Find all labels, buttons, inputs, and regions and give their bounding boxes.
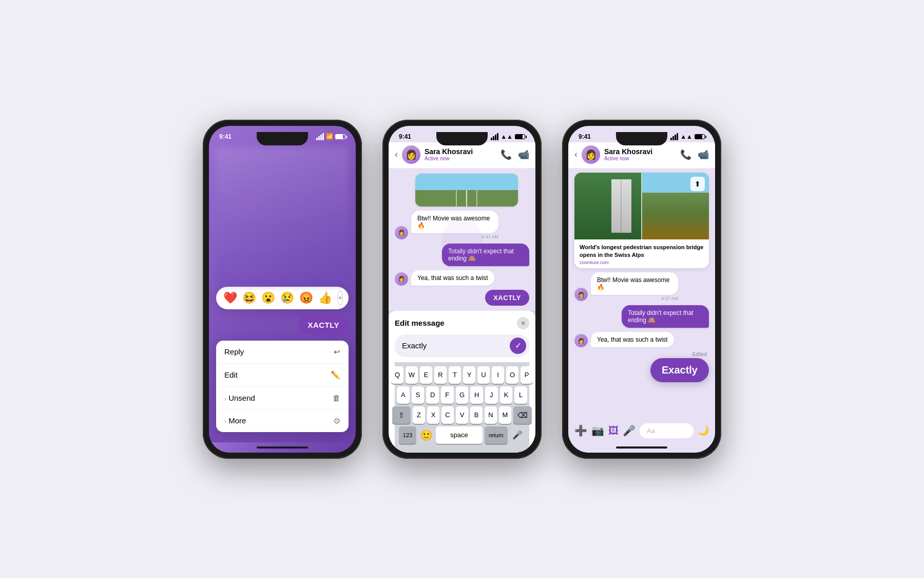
sb2-3 — [672, 136, 674, 140]
msg-row-3-1: 👩 Btw!! Movie was awesome 🔥 9:37 AM — [574, 272, 709, 301]
key-O[interactable]: O — [506, 366, 518, 384]
context-more[interactable]: › More ⊙ — [216, 409, 349, 432]
contact-status-2: Active now — [425, 156, 500, 161]
reply-icon: ↩ — [334, 347, 340, 357]
msg-avatar-1: 👩 — [395, 226, 408, 239]
camera-icon[interactable]: 📷 — [591, 424, 604, 437]
add-icon[interactable]: ➕ — [574, 424, 587, 437]
key-M[interactable]: M — [499, 406, 511, 424]
emoji-heart[interactable]: ❤️ — [223, 291, 237, 305]
mic-icon-bar[interactable]: 🎤 — [623, 424, 636, 437]
large-img-content — [574, 173, 709, 239]
viber-icon[interactable]: 🌙 — [698, 425, 709, 436]
home-bar-1 — [257, 446, 308, 449]
emoji-laugh[interactable]: 😆 — [242, 291, 256, 305]
back-button-3[interactable]: ‹ — [574, 149, 578, 160]
key-C[interactable]: C — [441, 406, 454, 424]
key-V[interactable]: V — [456, 406, 468, 424]
key-U[interactable]: U — [477, 366, 490, 384]
key-X[interactable]: X — [427, 406, 439, 424]
edit-message-input[interactable] — [402, 341, 506, 350]
key-Y[interactable]: Y — [463, 366, 475, 384]
emoji-cry[interactable]: 😢 — [280, 291, 294, 305]
key-Q[interactable]: Q — [391, 366, 403, 384]
key-B[interactable]: B — [470, 406, 483, 424]
key-123[interactable]: 123 — [399, 426, 416, 444]
key-E[interactable]: E — [420, 366, 432, 384]
key-L[interactable]: L — [514, 386, 527, 404]
edit-input-row: ✓ — [395, 334, 529, 357]
phone-call-icon[interactable]: 📞 — [500, 149, 512, 160]
key-N[interactable]: N — [485, 406, 497, 424]
key-G[interactable]: G — [456, 386, 469, 404]
key-K[interactable]: K — [500, 386, 513, 404]
key-R[interactable]: R — [434, 366, 447, 384]
edit-confirm-button[interactable]: ✓ — [510, 338, 526, 354]
emoji-angry[interactable]: 😡 — [299, 291, 313, 305]
xactly-message-p1: XACTLY — [298, 315, 349, 334]
sb3 — [495, 135, 496, 140]
photo-icon[interactable]: 🖼 — [608, 425, 619, 437]
edit-title: Edit message — [395, 319, 445, 327]
keyboard-row-2: A S D F G H J K L — [397, 386, 527, 404]
received-msg-1: Btw!! Movie was awesome 🔥 — [411, 211, 498, 233]
contact-status-3: Active now — [604, 156, 680, 161]
emoji-thumbs[interactable]: 👍 — [318, 291, 332, 305]
status-icons-2: ▲▲ — [491, 133, 525, 140]
phone-3: 9:41 ▲▲ ‹ 👩 Sara Khosravi Active now — [562, 120, 721, 459]
key-emoji[interactable]: 🙂 — [418, 426, 434, 444]
edit-close-button[interactable]: × — [517, 317, 529, 329]
signal-bars-2 — [491, 133, 498, 140]
link-preview-img-2 — [415, 174, 518, 207]
edit-modal: Edit message × ✓ Q W E R T Y U I O — [389, 311, 535, 453]
large-link-text: World's longest pedestrian suspension br… — [574, 239, 709, 269]
link-preview-2: suspension bridge opens in the Swiss Alp… — [415, 174, 518, 207]
home-indicator-3 — [568, 442, 715, 453]
key-D[interactable]: D — [426, 386, 439, 404]
key-S[interactable]: S — [412, 386, 425, 404]
key-W[interactable]: W — [406, 366, 418, 384]
sent-msg-row-1: Totally didn't expect that ending 🙈 — [442, 244, 529, 266]
trash-icon: 🗑 — [333, 394, 340, 402]
key-space[interactable]: space — [436, 426, 483, 444]
chat-area-3: ⬆ World's longest pedestrian suspension … — [568, 169, 715, 419]
emoji-more-button[interactable]: + — [337, 291, 343, 305]
exactly-bubble-large: Exactly — [650, 358, 709, 382]
context-edit[interactable]: Edit ✏️ — [216, 364, 349, 387]
key-delete[interactable]: ⌫ — [513, 406, 532, 424]
header-actions-2: 📞 📹 — [500, 149, 529, 160]
emoji-wow[interactable]: 😮 — [261, 291, 275, 305]
key-H[interactable]: H — [470, 386, 483, 404]
message-input-3[interactable]: Aa — [640, 423, 694, 438]
key-mic[interactable]: 🎤 — [510, 426, 525, 444]
phone-2: 9:41 ▲▲ ‹ 👩 Sara Khosravi Active now — [382, 120, 542, 459]
phone-call-icon-3[interactable]: 📞 — [680, 149, 691, 160]
share-icon-p3[interactable]: ⬆ — [690, 177, 705, 191]
key-I[interactable]: I — [492, 366, 504, 384]
emoji-bar: ❤️ 😆 😮 😢 😡 👍 + — [216, 287, 349, 309]
context-reply[interactable]: Reply ↩ — [216, 341, 349, 364]
video-call-icon[interactable]: 📹 — [518, 149, 529, 160]
key-J[interactable]: J — [485, 386, 498, 404]
context-unsend[interactable]: › Unsend 🗑 — [216, 387, 349, 409]
status-time-3: 9:41 — [579, 133, 591, 140]
key-P[interactable]: P — [521, 366, 533, 384]
msg-avatar-2: 👩 — [395, 272, 408, 286]
sb4 — [497, 133, 498, 140]
key-A[interactable]: A — [397, 386, 410, 404]
msg-avatar-3-2: 👩 — [574, 334, 588, 347]
context-menu: Reply ↩ Edit ✏️ › Unsend 🗑 › More ⊙ — [216, 341, 349, 432]
wifi-icon-1: 📶 — [326, 133, 333, 140]
sent-msg-row-3-1: Totally didn't expect that ending 🙈 — [622, 305, 709, 328]
key-T[interactable]: T — [449, 366, 461, 384]
received-msg-2: Yea, that was such a twist — [411, 270, 494, 286]
signal-bar-1 — [316, 138, 318, 140]
back-button-2[interactable]: ‹ — [395, 149, 398, 160]
video-call-icon-3[interactable]: 📹 — [698, 149, 709, 160]
status-time-2: 9:41 — [399, 133, 411, 140]
key-return[interactable]: return — [485, 426, 508, 444]
key-F[interactable]: F — [441, 386, 454, 404]
key-shift[interactable]: ⇧ — [392, 406, 411, 424]
sb2 — [493, 136, 494, 140]
key-Z[interactable]: Z — [413, 406, 425, 424]
